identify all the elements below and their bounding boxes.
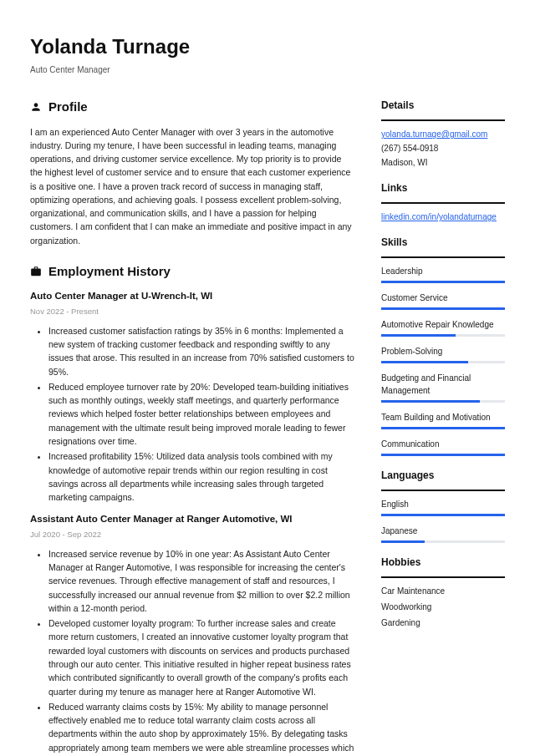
skill-name: Customer Service <box>381 292 505 304</box>
skill-item: Automotive Repair Knowledge <box>381 318 505 337</box>
language-item: English <box>381 498 505 516</box>
profile-section: Profile I am an experienced Auto Center … <box>30 98 354 247</box>
resume-header: Yolanda Turnage Auto Center Manager <box>30 32 505 76</box>
hobby-item: Woodworking <box>381 601 505 613</box>
skill-item: Leadership <box>381 265 505 283</box>
skill-bar <box>381 334 505 337</box>
person-title: Auto Center Manager <box>30 63 505 76</box>
job-entry: Assistant Auto Center Manager at Ranger … <box>30 512 354 756</box>
skill-name: Automotive Repair Knowledge <box>381 318 505 331</box>
person-icon <box>30 101 42 113</box>
job-bullet: Increased service revenue by 10% in one … <box>48 547 354 615</box>
job-bullet: Increased customer satisfaction ratings … <box>48 324 354 378</box>
hobbies-heading: Hobbies <box>381 555 505 570</box>
language-name: Japanese <box>381 525 505 537</box>
job-title: Assistant Auto Center Manager at Ranger … <box>30 512 354 526</box>
hobby-item: Car Maintenance <box>381 585 505 597</box>
skill-item: Budgeting and Financial Management <box>381 372 505 403</box>
skill-bar <box>381 307 505 310</box>
employment-section: Employment History Auto Center Manager a… <box>30 262 354 756</box>
language-item: Japanese <box>381 525 505 543</box>
divider <box>381 119 505 121</box>
skill-name: Team Building and Motivation <box>381 411 505 424</box>
briefcase-icon <box>30 266 42 277</box>
job-bullet: Reduced employee turnover rate by 20%: D… <box>48 380 354 448</box>
content-columns: Profile I am an experienced Auto Center … <box>30 98 505 756</box>
job-bullet: Increased profitability 15%: Utilized da… <box>48 449 354 504</box>
skill-bar <box>381 400 505 403</box>
language-bar <box>381 540 505 543</box>
skill-name: Problem-Solving <box>381 345 505 358</box>
skill-name: Budgeting and Financial Management <box>381 372 505 397</box>
divider <box>381 576 505 578</box>
links-heading: Links <box>381 180 505 195</box>
email-link[interactable]: yolanda.turnage@gmail.com <box>381 128 505 140</box>
job-title: Auto Center Manager at U-Wrench-It, WI <box>30 289 354 303</box>
person-name: Yolanda Turnage <box>30 32 505 62</box>
job-entry: Auto Center Manager at U-Wrench-It, WINo… <box>30 289 354 504</box>
divider <box>381 202 505 204</box>
job-bullet: Reduced warranty claims costs by 15%: My… <box>48 700 354 756</box>
details-heading: Details <box>381 98 505 113</box>
skill-bar <box>381 361 505 363</box>
skill-bar <box>381 427 505 429</box>
profile-text: I am an experienced Auto Center Manager … <box>30 125 354 247</box>
language-bar <box>381 514 505 516</box>
main-column: Profile I am an experienced Auto Center … <box>30 98 354 756</box>
job-dates: Nov 2022 - Present <box>30 306 354 317</box>
profile-heading-text: Profile <box>48 98 88 117</box>
external-link[interactable]: linkedin.com/in/yolandaturnage <box>381 211 505 223</box>
skill-item: Customer Service <box>381 292 505 310</box>
sidebar: Details yolanda.turnage@gmail.com (267) … <box>381 98 505 756</box>
skill-bar <box>381 454 505 456</box>
skill-item: Communication <box>381 438 505 456</box>
profile-heading: Profile <box>30 98 354 117</box>
divider <box>381 256 505 258</box>
job-bullets: Increased customer satisfaction ratings … <box>30 324 354 504</box>
languages-heading: Languages <box>381 468 505 483</box>
skill-item: Problem-Solving <box>381 345 505 363</box>
skills-heading: Skills <box>381 235 505 250</box>
language-name: English <box>381 498 505 510</box>
phone-text: (267) 554-0918 <box>381 142 505 155</box>
job-dates: Jul 2020 - Sep 2022 <box>30 529 354 540</box>
skill-name: Communication <box>381 438 505 450</box>
divider <box>381 490 505 491</box>
hobby-item: Gardening <box>381 616 505 629</box>
skill-name: Leadership <box>381 265 505 277</box>
employment-heading-text: Employment History <box>48 262 171 282</box>
location-text: Madison, WI <box>381 156 505 169</box>
skill-item: Team Building and Motivation <box>381 411 505 429</box>
job-bullet: Developed customer loyalty program: To f… <box>48 616 354 698</box>
employment-heading: Employment History <box>30 262 354 282</box>
job-bullets: Increased service revenue by 10% in one … <box>30 547 354 756</box>
skill-bar <box>381 281 505 283</box>
